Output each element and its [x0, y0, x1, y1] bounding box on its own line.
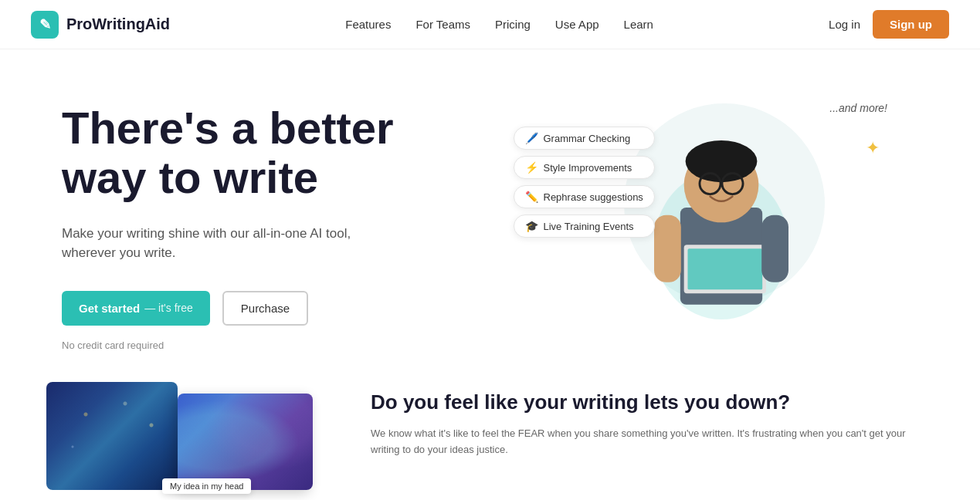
logo-icon: ✎: [31, 11, 59, 39]
second-headline: Do you feel like your writing lets you d…: [371, 390, 934, 416]
starry-night-card: [46, 382, 178, 490]
nav-link-for-teams[interactable]: For Teams: [415, 18, 470, 31]
nav-link-learn[interactable]: Learn: [624, 18, 653, 31]
get-started-button[interactable]: Get started — it's free: [62, 291, 210, 326]
blue-swirls-bg: [178, 394, 313, 490]
badge-style-icon: ⚡: [525, 161, 538, 174]
logo-text: ProWritingAid: [66, 15, 170, 33]
signup-button[interactable]: Sign up: [873, 10, 949, 39]
hero-section: There's a better way to write Make your …: [0, 49, 980, 382]
badge-style: ⚡ Style Improvements: [514, 156, 655, 179]
nav-actions: Log in Sign up: [829, 10, 949, 39]
hero-subtext: Make your writing shine with our all-in-…: [62, 224, 355, 263]
badge-training: 🎓 Live Training Events: [514, 215, 655, 238]
svg-rect-8: [687, 248, 762, 289]
nav-link-use-app[interactable]: Use App: [555, 18, 599, 31]
svg-rect-9: [654, 215, 681, 282]
hero-buttons: Get started — it's free Purchase: [62, 291, 490, 326]
badge-grammar: 🖊️ Grammar Checking: [514, 127, 655, 150]
idea-tooltip: My idea in my head: [162, 478, 251, 494]
second-section: My idea in my head Do you feel like your…: [0, 382, 980, 500]
free-label: — it's free: [144, 302, 193, 314]
no-cc-text: No credit card required: [62, 340, 490, 351]
badge-rephrase: ✏️ Rephrase suggestions: [514, 185, 655, 208]
svg-rect-10: [761, 215, 788, 282]
person-illustration: [636, 96, 806, 319]
logo-link[interactable]: ✎ ProWritingAid: [31, 11, 170, 39]
hero-illustration: ...and more! ✦ 🖊️ Grammar Checking ⚡ Sty…: [490, 96, 919, 327]
starry-night-bg: [46, 382, 178, 490]
nav-link-features[interactable]: Features: [345, 18, 391, 31]
hero-left: There's a better way to write Make your …: [62, 96, 490, 351]
svg-point-3: [685, 140, 757, 182]
purchase-button[interactable]: Purchase: [222, 291, 308, 326]
badge-grammar-icon: 🖊️: [525, 132, 538, 144]
badge-training-icon: 🎓: [525, 220, 538, 232]
image-stack: My idea in my head: [46, 382, 324, 500]
feature-badges: 🖊️ Grammar Checking ⚡ Style Improvements…: [514, 127, 655, 238]
login-button[interactable]: Log in: [829, 18, 860, 31]
navbar: ✎ ProWritingAid Features For Teams Prici…: [0, 0, 980, 49]
second-body: We know what it's like to feel the FEAR …: [371, 426, 934, 458]
nav-link-pricing[interactable]: Pricing: [495, 18, 531, 31]
second-text: Do you feel like your writing lets you d…: [371, 382, 934, 458]
nav-links: Features For Teams Pricing Use App Learn: [345, 18, 653, 31]
hero-headline: There's a better way to write: [62, 103, 490, 202]
blue-swirls-card: [178, 394, 313, 490]
and-more-text: ...and more!: [829, 102, 887, 114]
badge-rephrase-icon: ✏️: [525, 191, 538, 203]
sparkle-icon: ✦: [866, 138, 880, 158]
